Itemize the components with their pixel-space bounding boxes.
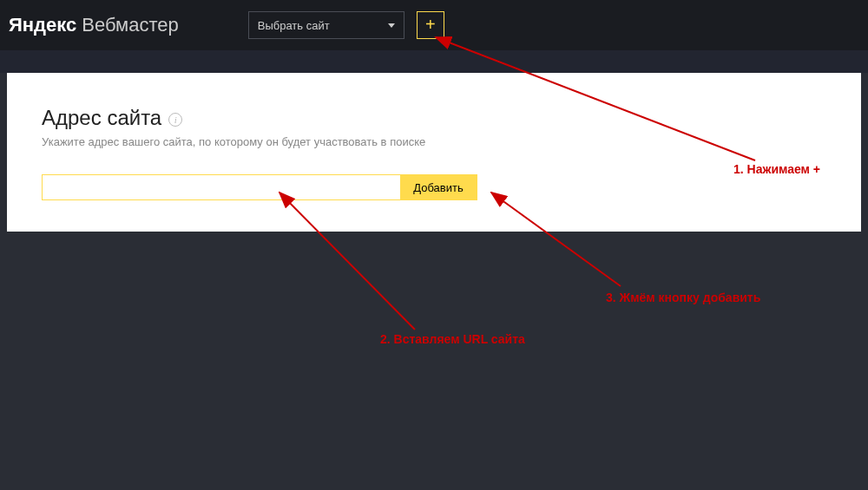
page-title: Адрес сайта: [42, 106, 161, 130]
add-site-button[interactable]: +: [417, 11, 444, 39]
content-panel: Адрес сайта i Укажите адрес вашего сайта…: [7, 73, 861, 232]
chevron-down-icon: [388, 23, 395, 28]
topbar: Яндекс Вебмастер Выбрать сайт +: [0, 0, 868, 50]
logo-yandex-text: Яндекс: [9, 14, 76, 36]
annotation-step2: 2. Вставляем URL сайта: [380, 332, 525, 346]
url-input-row: Добавить: [42, 174, 477, 200]
logo: Яндекс Вебмастер: [9, 14, 179, 36]
content-wrap: Адрес сайта i Укажите адрес вашего сайта…: [0, 73, 868, 232]
add-button[interactable]: Добавить: [400, 175, 477, 199]
page-subtitle: Укажите адрес вашего сайта, по которому …: [42, 135, 826, 148]
annotation-step3: 3. Жмём кнопку добавить: [606, 291, 760, 304]
info-icon[interactable]: i: [168, 113, 182, 127]
url-input[interactable]: [43, 175, 400, 199]
logo-webmaster-text: Вебмастер: [82, 14, 178, 36]
subbar: [0, 50, 868, 73]
site-select-label: Выбрать сайт: [258, 19, 330, 32]
annotation-step1: 1. Нажимаем +: [733, 162, 820, 176]
site-select-dropdown[interactable]: Выбрать сайт: [248, 11, 404, 39]
page-title-row: Адрес сайта i: [42, 106, 826, 130]
